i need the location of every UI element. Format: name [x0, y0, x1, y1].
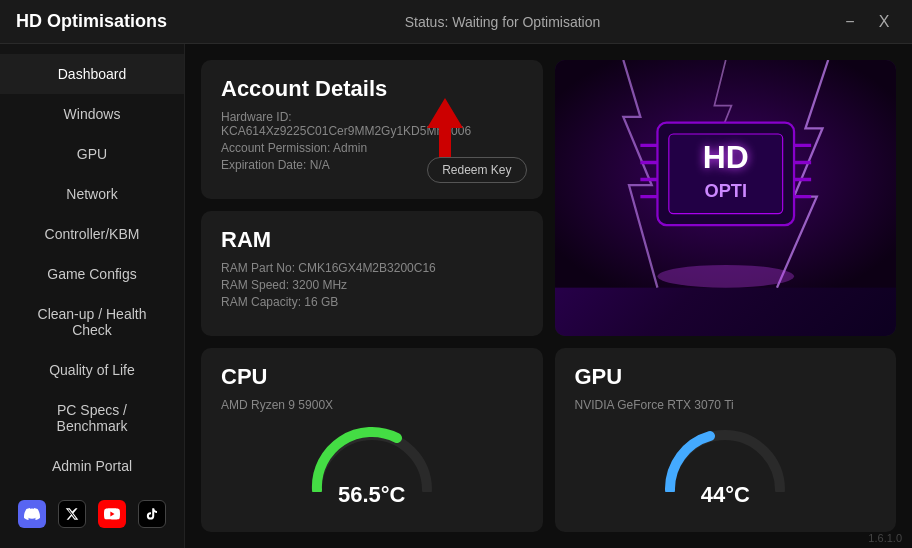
youtube-icon[interactable]	[98, 500, 126, 528]
sidebar-item-cleanup[interactable]: Clean-up / Health Check	[0, 294, 184, 350]
gpu-model: NVIDIA GeForce RTX 3070 Ti	[575, 398, 877, 412]
account-details-card: Account Details Hardware ID: KCA614Xz922…	[201, 60, 543, 199]
sidebar-item-game-configs[interactable]: Game Configs	[0, 254, 184, 294]
sidebar: Dashboard Windows GPU Network Controller…	[0, 44, 185, 548]
discord-icon[interactable]	[18, 500, 46, 528]
cpu-card: CPU AMD Ryzen 9 5900X 56.5°C	[201, 348, 543, 532]
ram-title: RAM	[221, 227, 523, 253]
sidebar-socials	[0, 486, 184, 542]
gpu-card: GPU NVIDIA GeForce RTX 3070 Ti 44°C	[555, 348, 897, 532]
app-title: HD Optimisations	[16, 11, 167, 32]
status-text: Status: Waiting for Optimisation	[405, 14, 601, 30]
arrow-indicator	[427, 98, 463, 162]
svg-text:OPTI: OPTI	[704, 181, 746, 201]
hardware-id: Hardware ID: KCA614Xz9225C01Cer9MM2Gy1KD…	[221, 110, 523, 138]
sidebar-item-network[interactable]: Network	[0, 174, 184, 214]
gpu-gauge: 44°C	[575, 420, 877, 508]
gpu-title: GPU	[575, 364, 877, 390]
ram-speed: RAM Speed: 3200 MHz	[221, 278, 523, 292]
ram-capacity: RAM Capacity: 16 GB	[221, 295, 523, 309]
account-details-title: Account Details	[221, 76, 523, 102]
lightning-background: HD OPTI	[555, 60, 897, 288]
cpu-gauge: 56.5°C	[221, 420, 523, 508]
account-permission: Account Permission: Admin	[221, 141, 523, 155]
cpu-temp-value: 56.5°C	[338, 482, 406, 508]
ram-part-no: RAM Part No: CMK16GX4M2B3200C16	[221, 261, 523, 275]
svg-marker-0	[427, 98, 463, 158]
svg-point-14	[657, 265, 794, 288]
x-twitter-icon[interactable]	[58, 500, 86, 528]
title-bar: HD Optimisations Status: Waiting for Opt…	[0, 0, 912, 44]
ram-card: RAM RAM Part No: CMK16GX4M2B3200C16 RAM …	[201, 211, 543, 336]
logo-image: HD OPTI	[555, 60, 897, 336]
window-controls: − X	[838, 10, 896, 34]
sidebar-item-pc-specs[interactable]: PC Specs / Benchmark	[0, 390, 184, 446]
gpu-temp-value: 44°C	[701, 482, 750, 508]
svg-text:HD: HD	[702, 139, 748, 175]
sidebar-item-quality-of-life[interactable]: Quality of Life	[0, 350, 184, 390]
cpu-model: AMD Ryzen 9 5900X	[221, 398, 523, 412]
minimize-button[interactable]: −	[838, 10, 862, 34]
main-layout: Dashboard Windows GPU Network Controller…	[0, 44, 912, 548]
logo-card: HD OPTI	[555, 60, 897, 336]
version-text: 1.6.1.0	[868, 532, 902, 544]
sidebar-item-controller[interactable]: Controller/KBM	[0, 214, 184, 254]
sidebar-item-admin-portal[interactable]: Admin Portal	[0, 446, 184, 486]
cpu-title: CPU	[221, 364, 523, 390]
sidebar-item-windows[interactable]: Windows	[0, 94, 184, 134]
tiktok-icon[interactable]	[138, 500, 166, 528]
sidebar-item-dashboard[interactable]: Dashboard	[0, 54, 184, 94]
sidebar-item-gpu[interactable]: GPU	[0, 134, 184, 174]
redeem-key-button[interactable]: Redeem Key	[427, 157, 526, 183]
content-area: Account Details Hardware ID: KCA614Xz922…	[185, 44, 912, 548]
close-button[interactable]: X	[872, 10, 896, 34]
